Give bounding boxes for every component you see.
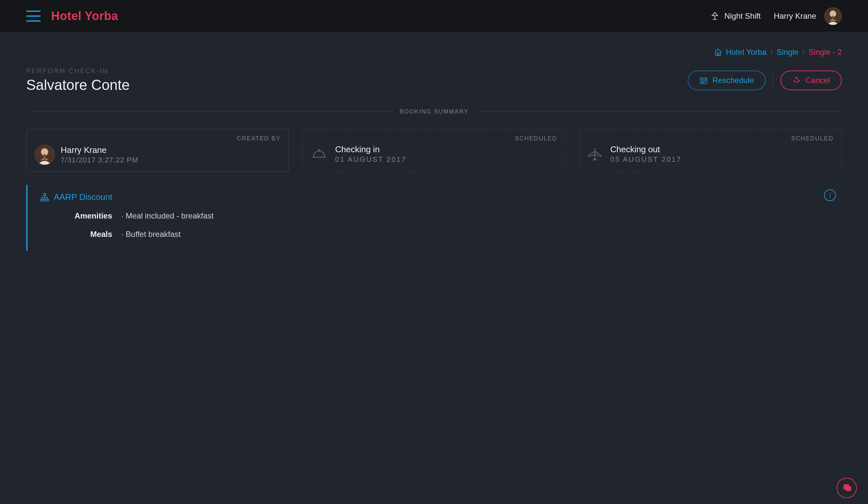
title-actions: Reschedule Cancel bbox=[688, 71, 842, 90]
discount-title-label: AARP Discount bbox=[54, 192, 113, 202]
info-icon[interactable]: i bbox=[824, 189, 836, 201]
svg-rect-20 bbox=[41, 199, 43, 201]
svg-point-10 bbox=[703, 81, 704, 81]
lamp-icon bbox=[710, 11, 720, 21]
checkin-date: 01 AUGUST 2017 bbox=[335, 155, 407, 164]
svg-rect-21 bbox=[44, 199, 45, 201]
chat-fab[interactable] bbox=[837, 478, 857, 498]
header-avatar[interactable] bbox=[824, 7, 842, 25]
svg-point-13 bbox=[703, 82, 704, 83]
breadcrumb-item-active: Single - 2 bbox=[809, 48, 842, 57]
sitemap-icon bbox=[40, 193, 49, 202]
hamburger-menu-button[interactable] bbox=[26, 10, 41, 22]
breadcrumb-item-label: Single bbox=[776, 48, 798, 57]
reschedule-label: Reschedule bbox=[713, 76, 754, 85]
creator-name: Harry Krane bbox=[61, 145, 138, 155]
discount-title: AARP Discount bbox=[40, 192, 842, 202]
chat-icon bbox=[842, 483, 851, 493]
shift-label: Night Shift bbox=[724, 11, 761, 21]
breadcrumb-item[interactable]: Single bbox=[776, 48, 798, 57]
calendar-icon bbox=[700, 76, 708, 85]
recycle-icon bbox=[792, 76, 801, 85]
breadcrumb-separator: / bbox=[803, 48, 805, 57]
card-created-by: CREATED BY Harry Krane 7/31/2017 3:27:22… bbox=[26, 129, 289, 172]
discount-row-value: · Buffet breakfast bbox=[121, 230, 181, 239]
app-header: Hotel Yorba Night Shift Harry Krane bbox=[0, 0, 868, 32]
svg-rect-19 bbox=[44, 193, 46, 195]
cancel-label: Cancel bbox=[805, 76, 830, 85]
section-label: BOOKING SUMMARY bbox=[400, 108, 468, 115]
svg-rect-22 bbox=[46, 199, 49, 201]
breadcrumb-item-label: Hotel Yorba bbox=[726, 48, 766, 57]
breadcrumb: Hotel Yorba / Single / Single - 2 bbox=[26, 32, 842, 57]
svg-point-12 bbox=[702, 82, 702, 83]
card-checkout: SCHEDULED Checking out 05 AUGUST 2017 bbox=[579, 129, 842, 172]
brand-logo[interactable]: Hotel Yorba bbox=[51, 9, 118, 23]
svg-point-9 bbox=[702, 81, 702, 81]
card-tag: SCHEDULED bbox=[791, 135, 834, 142]
discount-row-value: · Meal included - breakfast bbox=[121, 211, 214, 221]
breadcrumb-separator: / bbox=[771, 48, 773, 57]
discount-panel: AARP Discount i Amenities · Meal include… bbox=[26, 185, 842, 251]
creator-avatar bbox=[34, 144, 55, 165]
home-icon bbox=[714, 48, 722, 57]
discount-row-key: Meals bbox=[40, 230, 112, 239]
svg-rect-4 bbox=[717, 53, 719, 56]
checkout-date: 05 AUGUST 2017 bbox=[610, 155, 682, 164]
discount-row: Amenities · Meal included - breakfast bbox=[40, 211, 842, 221]
cancel-button[interactable]: Cancel bbox=[781, 71, 842, 90]
header-user-name[interactable]: Harry Krane bbox=[774, 11, 816, 21]
page-title-block: PERFORM CHECK-IN Salvatore Conte bbox=[26, 67, 130, 93]
card-tag: SCHEDULED bbox=[515, 135, 557, 142]
breadcrumb-home[interactable]: Hotel Yorba bbox=[714, 48, 766, 57]
plane-icon bbox=[587, 147, 602, 162]
checkin-label: Checking in bbox=[335, 144, 407, 154]
svg-point-11 bbox=[705, 81, 705, 81]
creator-timestamp: 7/31/2017 3:27:22 PM bbox=[61, 156, 138, 164]
checkout-label: Checking out bbox=[610, 144, 682, 154]
card-tag: CREATED BY bbox=[237, 135, 281, 142]
section-divider: BOOKING SUMMARY bbox=[26, 108, 842, 115]
page-kicker: PERFORM CHECK-IN bbox=[26, 67, 130, 75]
action-separator bbox=[773, 72, 773, 88]
reschedule-button[interactable]: Reschedule bbox=[688, 71, 766, 90]
bell-icon bbox=[311, 147, 327, 161]
shift-indicator[interactable]: Night Shift bbox=[710, 11, 761, 21]
discount-row: Meals · Buffet breakfast bbox=[40, 230, 842, 239]
card-checkin: SCHEDULED Checking in 01 AUGUST 2017 bbox=[303, 129, 565, 172]
discount-row-key: Amenities bbox=[40, 211, 112, 221]
guest-name: Salvatore Conte bbox=[26, 77, 130, 93]
